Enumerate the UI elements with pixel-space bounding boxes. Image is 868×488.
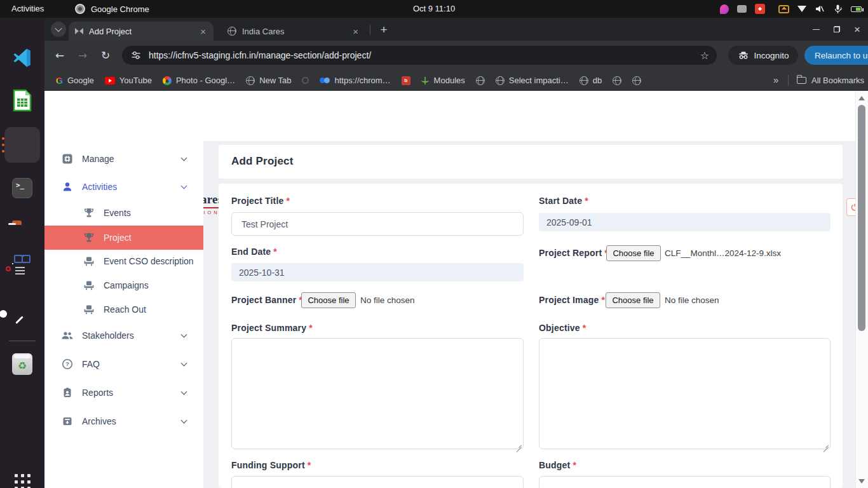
budget-input[interactable] (539, 476, 831, 488)
required-asterisk: * (583, 323, 587, 333)
focused-app-menu[interactable]: Google Chrome (75, 0, 149, 18)
start-date-label: Start Date* (539, 196, 588, 206)
project-image-choose-file-button[interactable]: Choose file (606, 292, 660, 308)
globe-favicon-icon (227, 27, 236, 36)
bookmark-chrome-link[interactable]: https://chrom… (320, 76, 390, 85)
bookmark-label: Select impacti… (509, 76, 569, 85)
people-icon (61, 330, 74, 341)
bookmark-youtube[interactable]: YouTube (105, 76, 152, 85)
sidebar-item-reach-out[interactable]: Reach Out (44, 298, 203, 321)
bookmark-label: Photo - Googl… (176, 76, 235, 85)
required-asterisk: * (273, 247, 277, 257)
relaunch-label: Relaunch to update (815, 51, 868, 60)
vscode-icon[interactable] (11, 47, 33, 71)
project-banner-choose-file-button[interactable]: Choose file (301, 292, 356, 308)
sidebar-item-event-cso-description[interactable]: Event CSO description (44, 250, 203, 273)
seat-icon (83, 255, 95, 267)
forward-button[interactable]: → (74, 46, 92, 64)
project-image-file-name: No file chosen (665, 295, 719, 305)
sidebar-item-manage[interactable]: Manage (44, 147, 203, 170)
funding-support-label: Funding Support* (231, 460, 311, 470)
back-button[interactable]: ← (51, 46, 69, 64)
bookmark-google[interactable]: GGoogle (56, 76, 94, 86)
url-text[interactable]: https://icfnv5-staging.icfn.in/manage-se… (149, 50, 700, 60)
relaunch-button[interactable]: Relaunch to update ⋮ (804, 46, 868, 65)
reload-button[interactable]: ↻ (97, 46, 114, 64)
sidebar-item-label: Reach Out (104, 304, 146, 315)
sidebar-item-faq[interactable]: ? FAQ (44, 353, 203, 376)
tab-search-button[interactable] (51, 22, 66, 37)
end-date-label: End Date* (231, 247, 277, 257)
wifi-icon[interactable] (797, 6, 806, 12)
bookmark-select-impact[interactable]: Select impacti… (496, 76, 569, 85)
bookmark-modules[interactable]: Modules (421, 76, 465, 85)
start-date-input[interactable] (539, 213, 831, 231)
sidebar-item-activities[interactable]: Activities (44, 175, 203, 198)
bookmark-label: Modules (434, 76, 465, 85)
add-project-favicon-icon (75, 28, 83, 35)
tab-title: India Cares (242, 27, 351, 36)
bookmark-bajaj[interactable]: b (402, 76, 410, 85)
bookmark-globe-3[interactable] (632, 76, 641, 85)
bookmark-new-tab[interactable]: New Tab (246, 76, 291, 85)
bookmarks-overflow-button[interactable]: » (773, 74, 778, 85)
youtube-icon (105, 77, 115, 85)
tab-title: Add Project (89, 27, 199, 36)
bookmark-globe-2[interactable] (613, 76, 621, 85)
new-tab-button[interactable]: + (376, 22, 391, 37)
funding-support-input[interactable] (231, 476, 524, 488)
sidebar-item-label: Campaigns (104, 280, 149, 290)
chat-icon[interactable] (737, 5, 747, 13)
resize-handle-icon[interactable] (823, 442, 829, 447)
system-tray[interactable] (720, 0, 862, 18)
google-photos-icon (161, 74, 173, 87)
incognito-badge: Incognito (728, 46, 798, 65)
tab-close-icon[interactable]: × (351, 26, 360, 37)
scroll-up-arrow-icon[interactable] (858, 96, 865, 100)
sidebar-item-reports[interactable]: Reports (44, 381, 203, 404)
bookmarks-bar: GGoogle YouTube Photo - Googl… New Tab h… (44, 70, 868, 91)
microphone-icon[interactable] (833, 4, 843, 14)
bookmark-star-icon[interactable]: ☆ (700, 50, 709, 62)
project-report-file-name: CLF__Monthl…2024-12-9.xlsx (665, 248, 781, 258)
bookmark-photos[interactable]: Photo - Googl… (163, 76, 235, 85)
volume-muted-icon[interactable] (815, 4, 825, 14)
screenshare-icon[interactable] (778, 5, 789, 13)
loading-ring-icon (302, 77, 309, 84)
bookmark-loading[interactable] (302, 77, 309, 84)
activities-button[interactable]: Activities (11, 0, 44, 18)
bookmark-db[interactable]: db (580, 76, 602, 85)
tab-add-project[interactable]: Add Project × (69, 22, 214, 41)
bookmark-globe-1[interactable] (476, 76, 485, 85)
globe-icon (246, 76, 255, 85)
project-report-choose-file-button[interactable]: Choose file (606, 245, 661, 261)
minimize-button[interactable] (813, 29, 820, 30)
restore-button[interactable] (834, 26, 840, 32)
sidebar-item-stakeholders[interactable]: Stakeholders (44, 324, 203, 347)
libreoffice-calc-icon[interactable] (12, 89, 32, 114)
sidebar-item-archives[interactable]: Archives (44, 410, 203, 433)
resize-handle-icon[interactable] (516, 442, 522, 447)
battery-icon[interactable] (851, 6, 862, 12)
sidebar-item-events[interactable]: Events (44, 201, 203, 224)
omnibox[interactable]: https://icfnv5-staging.icfn.in/manage-se… (122, 46, 717, 65)
project-title-input[interactable] (231, 212, 524, 236)
record-icon[interactable] (755, 4, 765, 14)
messaging-icon[interactable] (720, 4, 729, 14)
trash-icon[interactable]: ♻ (12, 353, 32, 375)
globe-icon (476, 76, 485, 85)
tab-india-cares[interactable]: India Cares × (221, 23, 366, 39)
app-grid-icon[interactable] (15, 474, 18, 477)
project-summary-textarea[interactable] (231, 338, 524, 449)
sidebar-item-campaigns[interactable]: Campaigns (44, 274, 203, 297)
tab-close-icon[interactable]: × (199, 26, 207, 37)
all-bookmarks-button[interactable]: All Bookmarks (797, 70, 864, 91)
scroll-down-arrow-icon[interactable] (858, 479, 865, 484)
end-date-input[interactable] (231, 263, 524, 281)
objective-textarea[interactable] (539, 338, 831, 449)
terminal-icon[interactable]: >_ (12, 178, 32, 198)
scrollbar-thumb[interactable] (858, 105, 865, 331)
site-settings-icon[interactable] (131, 50, 141, 60)
sidebar-item-project[interactable]: Project (44, 226, 203, 250)
close-button[interactable]: × (854, 24, 860, 35)
